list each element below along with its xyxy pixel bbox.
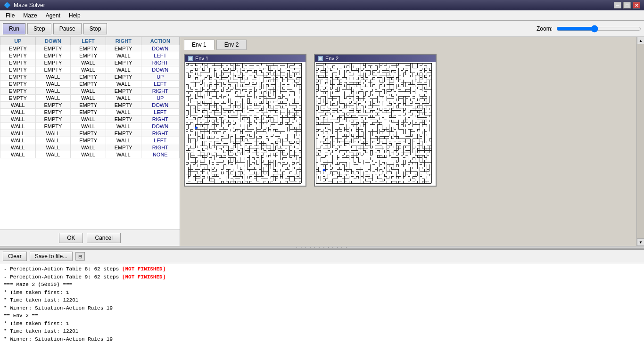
close-button[interactable]: ✕ — [633, 2, 640, 8]
maze-content-1 — [185, 62, 305, 186]
console-icon-button[interactable]: ⊟ — [75, 252, 85, 261]
perception-action-table: UPDOWNLEFTRIGHTACTION EMPTYEMPTYEMPTYEMP… — [0, 37, 180, 158]
vertical-scrollbar[interactable]: ▲ ▼ — [636, 37, 644, 246]
maze-canvas-1 — [186, 63, 303, 185]
table-cell: EMPTY — [0, 45, 36, 52]
table-cell: EMPTY — [0, 74, 36, 81]
table-cell: DOWN — [141, 66, 179, 74]
table-cell: EMPTY — [35, 52, 71, 59]
save-button[interactable]: Save to file... — [30, 252, 73, 261]
table-cell: EMPTY — [35, 116, 71, 123]
table-cell: WALL — [35, 144, 71, 151]
table-cell: WALL — [0, 130, 36, 137]
col-header-up: UP — [0, 37, 36, 45]
table-cell: WALL — [0, 137, 36, 144]
table-cell: EMPTY — [35, 123, 71, 130]
table-cell: WALL — [0, 123, 36, 130]
console-line: == Env 2 == — [4, 312, 640, 320]
table-cell: RIGHT — [141, 88, 179, 95]
menu-bar: FileMazeAgentHelp — [0, 10, 644, 21]
scroll-track[interactable] — [637, 44, 644, 238]
table-cell: NONE — [141, 151, 179, 158]
table-row: EMPTYWALLEMPTYEMPTYUP — [0, 74, 180, 81]
table-cell: EMPTY — [106, 74, 141, 81]
table-cell: WALL — [0, 144, 36, 151]
col-header-left: LEFT — [71, 37, 106, 45]
table-row: EMPTYEMPTYWALLEMPTYRIGHT — [0, 59, 180, 66]
console-output[interactable]: - Perception-Action Table 8: 62 steps [N… — [0, 263, 644, 343]
table-row: EMPTYEMPTYEMPTYEMPTYDOWN — [0, 45, 180, 52]
table-cell: WALL — [71, 95, 106, 102]
table-cell: EMPTY — [0, 66, 36, 74]
maze-title-2: Env 2 — [325, 56, 339, 61]
table-cell: EMPTY — [106, 102, 141, 109]
table-cell: EMPTY — [71, 109, 106, 116]
table-cell: WALL — [106, 137, 141, 144]
maze-content-2 — [315, 62, 436, 186]
table-cell: LEFT — [141, 81, 179, 88]
table-cell: WALL — [71, 123, 106, 130]
run-button[interactable]: Run — [3, 23, 25, 34]
table-cell: WALL — [35, 151, 71, 158]
console-line: * Winner: Situation-Action Rules 19 — [4, 335, 640, 343]
table-row: EMPTYWALLWALLEMPTYRIGHT — [0, 88, 180, 95]
table-row: WALLEMPTYEMPTYWALLLEFT — [0, 109, 180, 116]
table-cell: WALL — [35, 74, 71, 81]
maximize-button[interactable]: □ — [623, 2, 631, 8]
right-panel: Env 1Env 2 ⊞ Env 1 ⊞ Env 2 — [180, 37, 644, 246]
menu-item-help[interactable]: Help — [65, 11, 84, 20]
console-toolbar: Clear Save to file... ⊟ — [0, 250, 644, 263]
col-header-right: RIGHT — [106, 37, 141, 45]
maze-canvas-2 — [316, 63, 433, 185]
cancel-button[interactable]: Cancel — [87, 233, 120, 243]
menu-item-agent[interactable]: Agent — [42, 11, 64, 20]
table-cell: EMPTY — [106, 116, 141, 123]
table-cell: WALL — [71, 88, 106, 95]
table-row: WALLWALLEMPTYWALLLEFT — [0, 137, 180, 144]
env-content[interactable]: ⊞ Env 1 ⊞ Env 2 — [180, 52, 644, 246]
upper-panel: UPDOWNLEFTRIGHTACTION EMPTYEMPTYEMPTYEMP… — [0, 37, 644, 246]
table-cell: EMPTY — [106, 88, 141, 95]
scroll-down-arrow[interactable]: ▼ — [637, 238, 644, 246]
maze-title-bar-2: ⊞ Env 2 — [315, 55, 436, 62]
table-cell: EMPTY — [106, 130, 141, 137]
table-cell: RIGHT — [141, 116, 179, 123]
table-cell: EMPTY — [0, 88, 36, 95]
scroll-up-arrow[interactable]: ▲ — [637, 37, 644, 44]
pause-button[interactable]: Pause — [53, 23, 82, 34]
table-body: EMPTYEMPTYEMPTYEMPTYDOWNEMPTYEMPTYEMPTYW… — [0, 45, 180, 158]
menu-item-file[interactable]: File — [2, 11, 18, 20]
env-tab-2[interactable]: Env 2 — [216, 40, 247, 50]
stop-button[interactable]: Stop — [83, 23, 107, 34]
table-cell: RIGHT — [141, 144, 179, 151]
title-bar-controls: ─ □ ✕ — [614, 2, 640, 8]
table-cell: WALL — [71, 116, 106, 123]
table-footer: OK Cancel — [0, 229, 180, 246]
table-cell: DOWN — [141, 45, 179, 52]
table-row: EMPTYWALLWALLWALLUP — [0, 95, 180, 102]
env-tab-1[interactable]: Env 1 — [184, 40, 215, 50]
table-cell: WALL — [106, 109, 141, 116]
clear-button[interactable]: Clear — [3, 252, 27, 261]
table-cell: EMPTY — [71, 74, 106, 81]
table-cell: WALL — [71, 66, 106, 74]
table-cell: EMPTY — [71, 45, 106, 52]
maze-window-2: ⊞ Env 2 — [314, 54, 437, 187]
toolbar: Run Step Pause Stop Zoom: — [0, 21, 644, 37]
menu-item-maze[interactable]: Maze — [19, 11, 41, 20]
step-button[interactable]: Step — [27, 23, 51, 34]
ok-button[interactable]: OK — [59, 233, 83, 243]
table-cell: EMPTY — [71, 81, 106, 88]
table-cell: WALL — [106, 95, 141, 102]
table-cell: UP — [141, 74, 179, 81]
table-cell: EMPTY — [35, 59, 71, 66]
table-cell: EMPTY — [35, 45, 71, 52]
table-cell: WALL — [35, 88, 71, 95]
table-cell: WALL — [0, 109, 36, 116]
console-line: * Time taken last: 12201 — [4, 327, 640, 335]
table-row: WALLEMPTYEMPTYEMPTYDOWN — [0, 102, 180, 109]
zoom-slider[interactable] — [556, 25, 641, 33]
minimize-button[interactable]: ─ — [614, 2, 621, 8]
table-container[interactable]: UPDOWNLEFTRIGHTACTION EMPTYEMPTYEMPTYEMP… — [0, 37, 180, 229]
table-row: WALLWALLWALLWALLNONE — [0, 151, 180, 158]
